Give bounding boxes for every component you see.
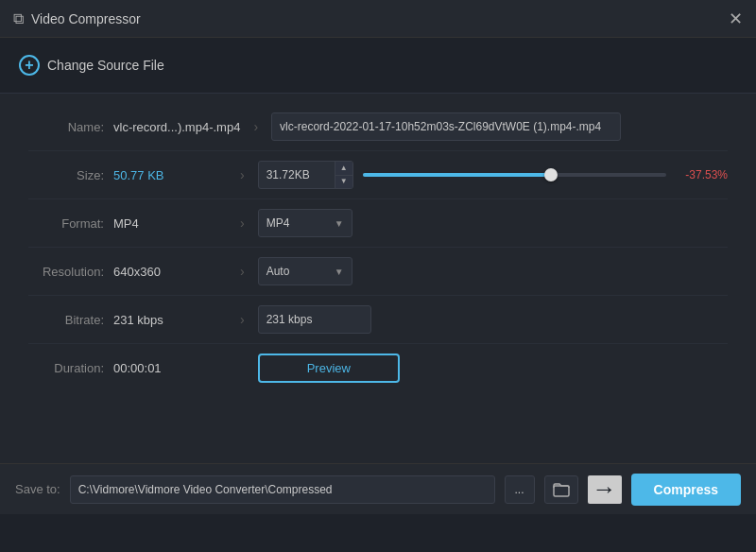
size-slider-fill	[363, 173, 551, 177]
bitrate-source-value: 231 kbps	[113, 313, 227, 327]
format-dropdown[interactable]: MP4 ▼	[258, 209, 352, 237]
size-source-value: 50.77 KB	[113, 168, 227, 182]
name-label: Name:	[28, 120, 113, 134]
folder-icon	[553, 482, 570, 497]
duration-value: 00:00:01	[113, 361, 227, 375]
resolution-arrow-icon: ›	[227, 264, 258, 279]
resolution-row: Resolution: 640x360 › Auto ▼	[28, 248, 728, 296]
spinner-up-button[interactable]: ▲	[335, 162, 352, 175]
compress-button[interactable]: Compress	[631, 474, 741, 506]
app-title: Video Compressor	[31, 11, 141, 26]
name-arrow-icon: ›	[240, 119, 271, 134]
size-slider-track[interactable]	[363, 173, 666, 177]
duration-label: Duration:	[28, 361, 113, 375]
size-label: Size:	[28, 168, 113, 182]
preview-button[interactable]: Preview	[258, 354, 400, 383]
resolution-label: Resolution:	[28, 265, 113, 279]
close-button[interactable]: ✕	[729, 10, 743, 27]
size-spinner[interactable]: ▲ ▼	[258, 161, 353, 189]
compress-arrow-icon: →	[588, 475, 622, 504]
format-dropdown-value: MP4	[266, 216, 329, 230]
format-dropdown-arrow-icon: ▼	[335, 218, 344, 229]
format-label: Format:	[28, 216, 113, 231]
change-source-label: Change Source File	[47, 58, 164, 73]
bitrate-arrow-icon: ›	[227, 312, 258, 327]
save-to-label: Save to:	[15, 482, 60, 496]
resolution-dropdown-arrow-icon: ▼	[335, 267, 344, 277]
spinner-buttons: ▲ ▼	[335, 162, 352, 188]
bitrate-output-input[interactable]	[258, 305, 371, 334]
size-arrow-icon: ›	[227, 167, 258, 182]
change-source-bar[interactable]: + Change Source File	[0, 38, 756, 94]
size-slider-pct: -37.53%	[676, 168, 728, 181]
format-source-value: MP4	[113, 216, 227, 231]
bitrate-row: Bitrate: 231 kbps ›	[28, 296, 728, 344]
name-row: Name: vlc-record...).mp4-.mp4 ›	[28, 103, 728, 151]
spinner-down-button[interactable]: ▼	[335, 175, 352, 189]
app-icon: ⧉	[13, 10, 24, 27]
format-row: Format: MP4 › MP4 ▼	[28, 199, 728, 248]
size-slider-container: -37.53%	[363, 168, 728, 181]
add-source-icon: +	[19, 55, 40, 76]
size-slider-thumb[interactable]	[544, 168, 558, 181]
main-content: Name: vlc-record...).mp4-.mp4 › Size: 50…	[0, 94, 756, 514]
name-source-value: vlc-record...).mp4-.mp4	[113, 120, 240, 134]
size-output-input[interactable]	[259, 168, 335, 181]
resolution-dropdown-value: Auto	[266, 265, 329, 278]
duration-row: Duration: 00:00:01 › Preview	[28, 344, 728, 392]
size-row: Size: 50.77 KB › ▲ ▼ -37.53%	[28, 151, 728, 199]
folder-button[interactable]	[544, 475, 578, 504]
title-bar: ⧉ Video Compressor ✕	[0, 0, 756, 38]
resolution-source-value: 640x360	[113, 265, 227, 279]
svg-rect-0	[554, 486, 569, 496]
format-arrow-icon: ›	[227, 216, 258, 231]
browse-button[interactable]: ...	[505, 475, 535, 504]
name-output-input[interactable]	[271, 112, 621, 141]
save-path-input[interactable]	[70, 475, 495, 504]
bitrate-label: Bitrate:	[28, 313, 113, 327]
bottom-bar: Save to: ... → Compress	[0, 463, 756, 514]
resolution-dropdown[interactable]: Auto ▼	[258, 257, 352, 285]
